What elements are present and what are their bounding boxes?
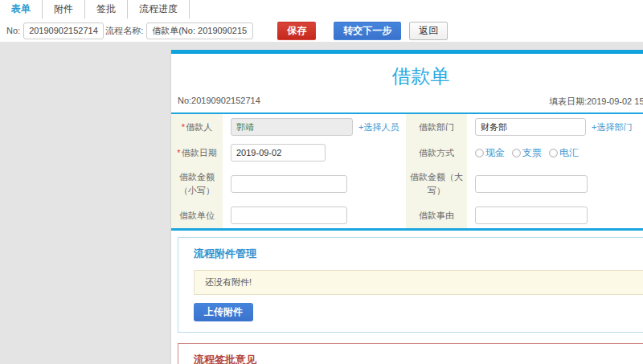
no-attachment-alert: 还没有附件! bbox=[194, 270, 643, 295]
loan-unit-field-cell bbox=[223, 202, 406, 228]
amount-upper-input[interactable] bbox=[475, 175, 588, 193]
divider-line-bottom bbox=[171, 228, 643, 231]
radio-cheque[interactable]: 支票 bbox=[512, 146, 542, 160]
loan-date-input[interactable] bbox=[231, 144, 326, 162]
form-no-text: No:20190902152714 bbox=[178, 96, 260, 108]
loan-reason-label: 借款事由 bbox=[406, 202, 467, 228]
tab-form[interactable]: 表单 bbox=[0, 0, 43, 18]
approval-section: 流程签批意见 B I abc bbox=[178, 343, 643, 364]
back-button[interactable]: 返回 bbox=[409, 22, 448, 40]
approval-section-title: 流程签批意见 bbox=[194, 353, 643, 364]
loan-unit-label: 借款单位 bbox=[171, 202, 223, 228]
loan-unit-input[interactable] bbox=[231, 207, 347, 224]
loan-reason-input[interactable] bbox=[475, 207, 588, 224]
required-mark: * bbox=[182, 122, 185, 132]
loan-date-field-cell bbox=[223, 140, 406, 166]
radio-icon bbox=[475, 149, 484, 157]
department-field-cell: +选择部门 bbox=[467, 114, 643, 140]
page-background: 借款单 No:20190902152714 填表日期:2019-09-02 15… bbox=[0, 42, 643, 364]
required-mark: * bbox=[177, 148, 180, 157]
borrower-input[interactable] bbox=[231, 118, 353, 136]
department-input[interactable] bbox=[475, 118, 586, 136]
loan-method-label: 借款方式 bbox=[406, 140, 467, 166]
amount-lower-field-cell bbox=[223, 166, 406, 202]
loan-form-grid: *借款人 +选择人员 借款部门 +选择部门 *借款日期 借款方式 bbox=[171, 114, 643, 228]
radio-cash[interactable]: 现金 bbox=[475, 146, 505, 160]
amount-upper-field-cell bbox=[467, 166, 643, 202]
borrower-field-cell: +选择人员 bbox=[223, 114, 406, 140]
loan-form-panel: 借款单 No:20190902152714 填表日期:2019-09-02 15… bbox=[170, 50, 643, 364]
attachment-section: 流程附件管理 还没有附件! 上传附件 bbox=[178, 237, 643, 333]
radio-icon bbox=[512, 149, 521, 157]
form-date-text: 填表日期:2019-09-02 15:27:1 bbox=[549, 96, 643, 108]
amount-lower-input[interactable] bbox=[231, 175, 347, 193]
loan-date-label: *借款日期 bbox=[171, 140, 223, 166]
loan-method-field-cell: 现金 支票 电汇 bbox=[467, 140, 643, 166]
tab-attachment[interactable]: 附件 bbox=[43, 0, 85, 18]
save-button[interactable]: 保存 bbox=[277, 22, 316, 40]
amount-lower-label: 借款金额（小写） bbox=[171, 166, 223, 202]
no-input[interactable] bbox=[23, 22, 104, 39]
tab-process-progress[interactable]: 流程进度 bbox=[128, 0, 190, 18]
radio-icon bbox=[549, 149, 558, 157]
tab-approval[interactable]: 签批 bbox=[85, 0, 128, 18]
action-toolbar: No: 流程名称: 保存 转交下一步 返回 bbox=[0, 18, 643, 43]
department-label: 借款部门 bbox=[406, 114, 467, 140]
loan-method-radio-group: 现金 支票 电汇 bbox=[475, 146, 579, 160]
form-meta-row: No:20190902152714 填表日期:2019-09-02 15:27:… bbox=[171, 92, 643, 112]
forward-next-step-button[interactable]: 转交下一步 bbox=[334, 22, 401, 40]
upload-attachment-button[interactable]: 上传附件 bbox=[194, 303, 253, 321]
form-title: 借款单 bbox=[171, 54, 643, 92]
select-department-link[interactable]: +选择部门 bbox=[592, 121, 632, 133]
process-name-label: 流程名称: bbox=[105, 25, 143, 37]
no-label: No: bbox=[6, 26, 20, 35]
radio-wire-transfer[interactable]: 电汇 bbox=[549, 146, 579, 160]
top-header: 表单 附件 签批 流程进度 No: 流程名称: 保存 转交下一步 返回 bbox=[0, 0, 643, 43]
select-person-link[interactable]: +选择人员 bbox=[358, 121, 399, 133]
attachment-section-title: 流程附件管理 bbox=[194, 247, 643, 261]
process-name-input[interactable] bbox=[146, 22, 253, 39]
amount-upper-label: 借款金额（大写） bbox=[406, 166, 467, 202]
tab-bar: 表单 附件 签批 流程进度 bbox=[0, 0, 643, 18]
loan-reason-field-cell bbox=[467, 202, 643, 228]
borrower-label: *借款人 bbox=[171, 114, 223, 140]
